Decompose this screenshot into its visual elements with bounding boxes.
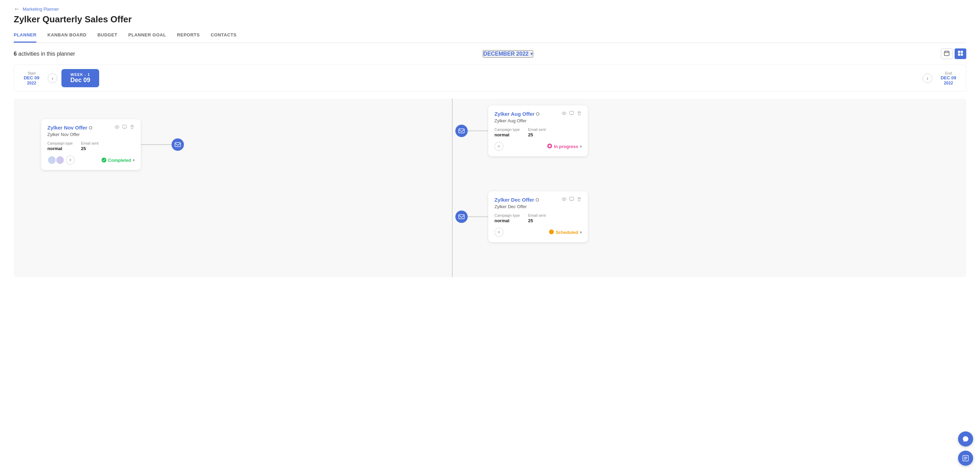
trash-icon-nov[interactable] <box>130 124 135 131</box>
current-week-pill: WEEK - 1 Dec 09 <box>61 69 99 87</box>
avatar-1 <box>47 156 56 164</box>
svg-rect-6 <box>958 54 960 56</box>
connector-dec <box>468 216 488 217</box>
svg-point-23 <box>549 230 554 234</box>
activity-node-aug: Zylker Aug Offer <box>455 105 588 156</box>
svg-point-8 <box>115 126 119 128</box>
email-icon-aug <box>455 124 468 137</box>
svg-rect-4 <box>958 51 960 53</box>
tab-contacts[interactable]: CONTACTS <box>211 29 236 43</box>
email-icon-nov <box>172 139 184 151</box>
toolbar: 6 activities in this planner DECEMBER 20… <box>0 43 980 65</box>
svg-point-18 <box>549 145 551 147</box>
tab-planner[interactable]: PLANNER <box>14 29 37 43</box>
svg-rect-0 <box>944 51 949 56</box>
tab-kanban[interactable]: KANBAN BOARD <box>47 29 86 43</box>
connector-aug <box>468 131 488 131</box>
campaign-type-dec: Campaign type normal <box>495 213 520 223</box>
svg-rect-13 <box>459 129 464 133</box>
page-title: Zylker Quarterly Sales Offer <box>14 14 966 25</box>
email-icon-dec <box>455 211 468 223</box>
status-button-aug[interactable]: In progress ▾ <box>547 144 582 149</box>
card-title-nov[interactable]: Zylker Nov Offer <box>47 124 88 131</box>
end-label: End DEC 09 2022 <box>936 71 961 86</box>
tab-budget[interactable]: BUDGET <box>97 29 117 43</box>
email-sent-nov: Email sent 25 <box>81 141 99 152</box>
grid-view-button[interactable] <box>955 48 966 59</box>
avatar-2 <box>56 156 65 164</box>
nav-tabs: PLANNER KANBAN BOARD BUDGET PLANNER GOAL… <box>14 29 966 43</box>
svg-point-14 <box>562 112 566 115</box>
card-subtitle-dec: Zylker Dec Offer <box>495 204 582 209</box>
status-text-aug: In progress <box>554 144 578 149</box>
svg-point-20 <box>562 198 566 201</box>
view-toggles <box>941 48 966 59</box>
campaign-type-aug: Campaign type normal <box>495 128 520 138</box>
calendar-icon <box>944 51 950 57</box>
support-chat-button[interactable] <box>958 431 973 447</box>
back-row: ← Marketing Planner <box>14 5 966 13</box>
comment-icon-dec[interactable] <box>569 197 574 203</box>
email-sent-aug: Email sent 25 <box>528 128 546 138</box>
timeline-line <box>452 99 453 277</box>
campaign-type-nov: Campaign type normal <box>47 141 73 152</box>
record-icon-nov <box>89 126 92 129</box>
comment-icon-aug[interactable] <box>569 111 574 117</box>
card-title-aug[interactable]: Zylker Aug Offer <box>495 111 535 117</box>
record-icon-aug <box>536 112 539 116</box>
status-text-dec: Scheduled <box>555 230 578 235</box>
planner-canvas: Zylker Nov Offer <box>14 99 966 277</box>
svg-rect-22 <box>570 197 574 200</box>
feedback-button[interactable] <box>958 451 973 466</box>
svg-point-21 <box>563 198 565 200</box>
activity-card-dec: Zylker Dec Offer <box>488 192 588 242</box>
svg-rect-5 <box>961 51 963 53</box>
tab-planner-goal[interactable]: PLANNER GOAL <box>128 29 166 43</box>
connector-nov <box>141 144 172 145</box>
add-avatar-button-aug[interactable]: + <box>495 142 503 151</box>
trash-icon-dec[interactable] <box>577 197 582 203</box>
status-chevron-nov: ▾ <box>133 158 135 162</box>
svg-rect-7 <box>961 54 963 56</box>
svg-rect-12 <box>175 142 180 147</box>
svg-point-15 <box>563 113 565 114</box>
activity-card-aug: Zylker Aug Offer <box>488 105 588 156</box>
card-subtitle-aug: Zylker Aug Offer <box>495 118 582 123</box>
activity-node-dec: Zylker Dec Offer <box>455 192 588 242</box>
calendar-view-button[interactable] <box>941 48 953 59</box>
activity-card-nov: Zylker Nov Offer <box>41 119 141 170</box>
status-dot-dec <box>549 230 554 235</box>
svg-rect-10 <box>123 125 127 128</box>
month-selector[interactable]: DECEMBER 2022 ▾ <box>483 50 534 58</box>
eye-icon-dec[interactable] <box>562 197 566 203</box>
activity-node-nov: Zylker Nov Offer <box>41 119 184 170</box>
status-dot-aug <box>547 144 552 149</box>
svg-rect-19 <box>459 215 464 219</box>
card-subtitle-nov: Zylker Nov Offer <box>47 132 135 137</box>
status-button-nov[interactable]: Completed ▾ <box>102 158 135 163</box>
app-container: ← Marketing Planner Zylker Quarterly Sal… <box>0 0 980 474</box>
add-avatar-button-dec[interactable]: + <box>495 228 503 237</box>
record-icon-dec <box>536 198 539 202</box>
comment-icon-nov[interactable] <box>122 124 127 131</box>
status-chevron-dec: ▾ <box>580 230 582 234</box>
tab-reports[interactable]: REPORTS <box>177 29 200 43</box>
trash-icon-aug[interactable] <box>577 111 582 117</box>
add-avatar-button-nov[interactable]: + <box>66 156 75 164</box>
breadcrumb: Marketing Planner <box>23 6 59 12</box>
card-title-dec[interactable]: Zylker Dec Offer <box>495 197 534 203</box>
grid-icon <box>958 51 963 57</box>
next-week-button[interactable]: › <box>923 73 932 83</box>
eye-icon-nov[interactable] <box>115 124 119 131</box>
end-date: DEC 09 2022 <box>936 75 961 86</box>
activities-count: 6 activities in this planner <box>14 51 75 57</box>
back-button[interactable]: ← <box>14 5 20 13</box>
start-date: DEC 09 2022 <box>19 75 44 86</box>
email-sent-dec: Email sent 25 <box>528 213 546 223</box>
eye-icon-aug[interactable] <box>562 111 566 117</box>
status-dot-nov <box>102 158 107 163</box>
status-button-dec[interactable]: Scheduled ▾ <box>549 230 582 235</box>
svg-point-9 <box>116 126 118 128</box>
start-label: Start DEC 09 2022 <box>19 71 44 86</box>
prev-week-button[interactable]: ‹ <box>48 73 57 83</box>
